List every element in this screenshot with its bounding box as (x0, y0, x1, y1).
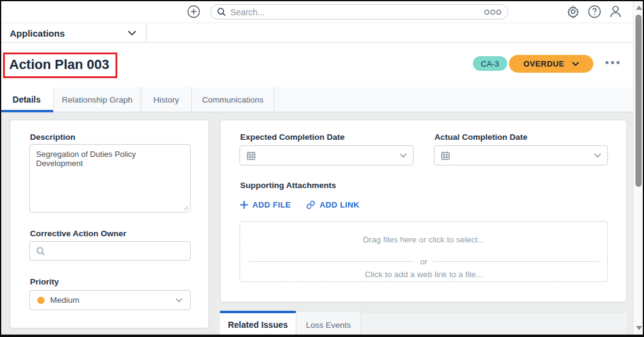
calendar-icon (246, 151, 256, 161)
dropzone-divider: or (240, 257, 607, 266)
workflow-status-button[interactable]: OVERDUE (509, 55, 593, 73)
top-bar (0, 0, 633, 23)
plus-icon (240, 201, 248, 209)
add-link-button[interactable]: ADD LINK (306, 200, 359, 209)
page-header: Action Plan 003 CA-3 OVERDUE (0, 43, 633, 87)
unique-id-badge: CA-3 (473, 56, 507, 71)
scroll-up-arrow-icon[interactable] (636, 5, 642, 10)
question-icon (588, 5, 601, 18)
dropzone-primary-text[interactable]: Drag files here or click to select... (240, 222, 607, 257)
tab-history[interactable]: History (141, 87, 192, 112)
tab-relationship-graph[interactable]: Relationship Graph (54, 87, 141, 112)
details-left-panel: Description Segregation of Duties Policy… (10, 120, 209, 328)
priority-select[interactable]: Medium (29, 290, 191, 310)
tab-communications[interactable]: Communications (192, 87, 274, 112)
file-dropzone[interactable]: Drag files here or click to select... or… (240, 221, 608, 282)
search-input[interactable] (226, 7, 484, 17)
tab-row-filler (361, 313, 627, 337)
expected-date-picker[interactable] (240, 145, 414, 165)
expected-date-label: Expected Completion Date (240, 132, 345, 142)
app-window: Applications Action Plan 003 CA-3 OVERDU… (0, 0, 644, 337)
create-button[interactable] (187, 5, 200, 18)
chevron-down-icon (572, 62, 579, 67)
calendar-icon (441, 151, 450, 161)
detail-tabs: Details Relationship Graph History Commu… (0, 87, 633, 112)
advanced-search-icon[interactable] (484, 9, 502, 15)
gear-icon (566, 5, 580, 18)
user-icon (609, 4, 623, 18)
add-file-button[interactable]: ADD FILE (240, 200, 291, 209)
description-label: Description (30, 132, 75, 142)
applications-dropdown-label: Applications (10, 28, 65, 38)
tab-loss-events[interactable]: Loss Events (296, 311, 361, 337)
chevron-down-icon (594, 153, 601, 158)
priority-value: Medium (50, 295, 79, 305)
search-icon (36, 247, 45, 256)
dropzone-weblink-text[interactable]: Click to add a web link to a file... (240, 266, 607, 281)
global-search (210, 4, 508, 20)
page-title: Action Plan 003 (9, 56, 109, 74)
settings-button[interactable] (566, 5, 580, 18)
actual-date-label: Actual Completion Date (434, 132, 527, 142)
details-right-panel: Expected Completion Date Actual Completi… (220, 120, 627, 302)
chevron-down-icon (128, 31, 136, 36)
link-icon (306, 200, 315, 209)
more-options-button[interactable] (606, 61, 620, 64)
scroll-down-arrow-icon[interactable] (636, 326, 642, 330)
priority-label: Priority (30, 277, 59, 286)
user-menu-button[interactable] (609, 4, 623, 18)
search-icon (217, 7, 226, 16)
help-button[interactable] (588, 5, 601, 18)
active-tab-underline (0, 110, 53, 112)
owner-search-input[interactable] (29, 241, 191, 261)
relationship-tabs: Related Issues Loss Events (220, 311, 627, 337)
tab-details[interactable]: Details (0, 87, 54, 112)
annotation-highlight-box: Action Plan 003 (3, 53, 117, 78)
plus-circle-icon (187, 5, 200, 18)
tab-related-issues[interactable]: Related Issues (220, 311, 296, 337)
active-tab-topline (220, 311, 296, 313)
attachments-label: Supporting Attachments (240, 181, 336, 190)
vertical-scrollbar[interactable] (633, 0, 644, 337)
owner-label: Corrective Action Owner (30, 229, 126, 238)
dropzone-or-text: or (414, 257, 434, 266)
application-nav-row: Applications (0, 23, 633, 43)
description-textarea[interactable]: Segregation of Duties Policy Development (29, 144, 191, 212)
chevron-down-icon (400, 153, 407, 158)
priority-medium-dot-icon (37, 297, 45, 304)
scrollbar-thumb[interactable] (635, 15, 642, 187)
actual-date-picker[interactable] (434, 145, 608, 165)
applications-dropdown[interactable]: Applications (0, 23, 147, 43)
chevron-down-icon (175, 298, 183, 303)
